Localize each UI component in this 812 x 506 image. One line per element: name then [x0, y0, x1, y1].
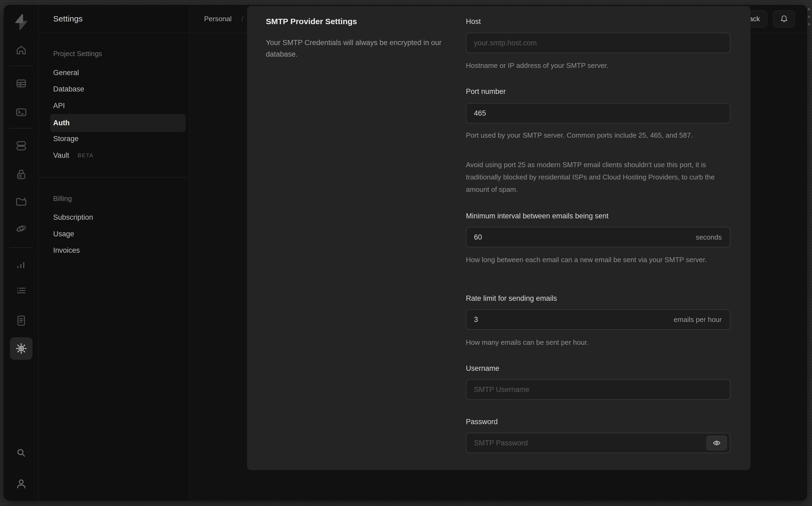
rate-limit-input-wrap: emails per hour — [466, 309, 730, 330]
breadcrumb-org[interactable]: Personal — [204, 15, 232, 23]
database-icon[interactable] — [13, 137, 30, 154]
sidebar-item-usage[interactable]: Usage — [53, 229, 74, 239]
rail-divider — [9, 128, 33, 129]
authentication-icon[interactable] — [13, 166, 30, 183]
password-input-wrap — [466, 433, 730, 453]
section-label-project-settings: Project Settings — [53, 49, 102, 58]
search-icon[interactable] — [13, 444, 30, 461]
rail-divider — [9, 66, 33, 66]
sidebar-item-vault[interactable]: VaultBETA — [53, 151, 93, 160]
bell-icon — [779, 14, 789, 24]
panel-description: Your SMTP Credentials will always be enc… — [266, 37, 458, 60]
password-label: Password — [466, 417, 498, 426]
interval-helper: How long between each email can a new em… — [466, 254, 730, 266]
settings-sidebar: Settings Project Settings General Databa… — [39, 5, 190, 501]
port-note: Avoid using port 25 as modern SMTP email… — [466, 159, 730, 195]
sidebar-header: Settings — [39, 5, 189, 33]
smtp-form: Host Hostname or IP address of your SMTP… — [466, 6, 730, 470]
host-label: Host — [466, 17, 481, 26]
rate-limit-input[interactable] — [466, 310, 730, 329]
smtp-settings-panel: SMTP Provider Settings Your SMTP Credent… — [247, 6, 750, 470]
project-settings-icon[interactable] — [10, 337, 32, 360]
sidebar-item-database[interactable]: Database — [53, 85, 84, 94]
docs-icon[interactable] — [13, 312, 30, 329]
reveal-password-button[interactable] — [707, 436, 727, 450]
sidebar-item-storage[interactable]: Storage — [53, 134, 79, 143]
page-title: Settings — [53, 14, 83, 23]
table-editor-icon[interactable] — [13, 75, 30, 92]
notifications-button[interactable] — [773, 10, 795, 27]
interval-label: Minimum interval between emails being se… — [466, 212, 608, 221]
beta-badge: BETA — [78, 152, 94, 158]
host-helper: Hostname or IP address of your SMTP serv… — [466, 59, 730, 72]
port-helper: Port used by your SMTP server. Common po… — [466, 129, 730, 141]
host-input[interactable] — [466, 33, 730, 53]
scrollbar-dots[interactable] — [808, 8, 810, 30]
sidebar-item-auth[interactable]: Auth — [50, 114, 186, 132]
port-input-wrap — [466, 103, 730, 123]
port-input[interactable] — [466, 103, 730, 123]
desktop: Settings Project Settings General Databa… — [0, 0, 812, 506]
panel-intro: SMTP Provider Settings Your SMTP Credent… — [266, 16, 458, 60]
rate-limit-label: Rate limit for sending emails — [466, 294, 557, 303]
username-input[interactable] — [466, 380, 730, 399]
reports-icon[interactable] — [13, 256, 30, 274]
app-window: Settings Project Settings General Databa… — [4, 5, 807, 501]
rail-divider — [9, 247, 33, 248]
main-content: Personal / acme Help — [190, 5, 807, 501]
interval-input-wrap: seconds — [466, 227, 730, 247]
sql-editor-icon[interactable] — [13, 103, 30, 121]
username-input-wrap — [466, 380, 730, 400]
panel-title: SMTP Provider Settings — [266, 16, 458, 26]
sidebar-item-subscription[interactable]: Subscription — [53, 213, 93, 222]
supabase-logo-icon[interactable] — [14, 14, 29, 30]
rate-limit-helper: How many emails can be sent per hour. — [466, 336, 730, 348]
section-label-billing: Billing — [53, 194, 72, 203]
username-label: Username — [466, 364, 500, 373]
breadcrumb-separator: / — [241, 14, 243, 23]
sidebar-item-api[interactable]: API — [53, 101, 65, 110]
sidebar-item-invoices[interactable]: Invoices — [53, 246, 80, 255]
eye-icon — [712, 438, 721, 447]
icon-rail — [4, 5, 39, 501]
edge-functions-icon[interactable] — [13, 220, 30, 237]
account-icon[interactable] — [13, 476, 30, 493]
logs-icon[interactable] — [13, 282, 30, 300]
storage-icon[interactable] — [13, 193, 30, 210]
host-input-wrap — [466, 33, 730, 53]
port-label: Port number — [466, 87, 506, 96]
sidebar-item-vault-label: Vault — [53, 151, 69, 159]
password-input[interactable] — [466, 433, 730, 452]
sidebar-item-general[interactable]: General — [53, 68, 79, 77]
sidebar-item-auth-label: Auth — [53, 119, 70, 127]
home-icon[interactable] — [13, 41, 30, 59]
interval-input[interactable] — [466, 228, 730, 247]
sidebar-divider — [39, 177, 189, 178]
